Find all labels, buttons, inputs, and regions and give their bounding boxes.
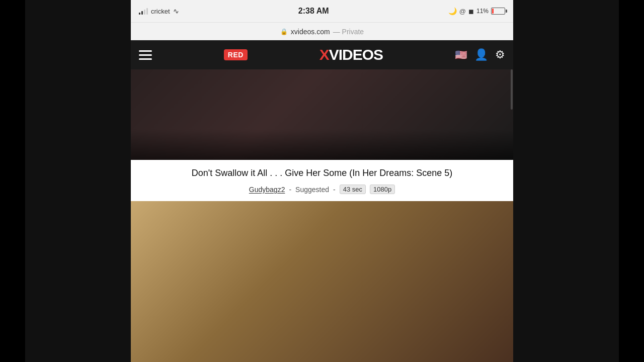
video-thumbnail-2[interactable] bbox=[131, 201, 513, 362]
url-private-label: — Private bbox=[333, 28, 364, 36]
settings-icon[interactable]: ⚙ bbox=[495, 48, 505, 61]
channel-link[interactable]: Gudybagz2 bbox=[249, 186, 285, 194]
meta-dash-2: - bbox=[333, 186, 336, 194]
scrollbar[interactable] bbox=[510, 69, 513, 311]
battery-percentage: 11% bbox=[476, 8, 489, 15]
hamburger-menu-button[interactable] bbox=[139, 50, 152, 60]
suggested-label: Suggested bbox=[295, 186, 329, 194]
lock-icon: 🔒 bbox=[280, 28, 288, 35]
moon-icon: 🌙 bbox=[448, 7, 457, 15]
signal-bar-1 bbox=[139, 13, 140, 15]
hamburger-line-3 bbox=[139, 58, 152, 60]
logo-x: X bbox=[319, 46, 329, 63]
status-left: cricket ∿ bbox=[139, 7, 179, 15]
video-thumbnail-1[interactable] bbox=[131, 69, 513, 160]
at-icon: @ bbox=[459, 8, 466, 15]
video-meta: Gudybagz2 - Suggested - 43 sec 1080p bbox=[139, 185, 505, 194]
time-display: 2:38 AM bbox=[298, 7, 329, 16]
signal-bars-icon bbox=[139, 8, 148, 15]
right-panel bbox=[513, 0, 619, 362]
quality-badge: 1080p bbox=[370, 185, 395, 194]
url-domain: xvideos.com bbox=[291, 28, 330, 36]
video-info-section: Don't Swallow it All . . . Give Her Some… bbox=[131, 160, 513, 201]
battery-icon bbox=[491, 8, 505, 15]
url-bar[interactable]: 🔒 xvideos.com — Private bbox=[131, 22, 513, 40]
logo-videos: VIDEOS bbox=[329, 46, 383, 63]
hamburger-line-2 bbox=[139, 54, 152, 56]
duration-badge: 43 sec bbox=[340, 185, 366, 194]
camera-icon: ◼ bbox=[468, 8, 474, 15]
scrollbar-thumb[interactable] bbox=[511, 69, 513, 110]
flag-icon: 🇺🇸 bbox=[455, 49, 467, 61]
nav-right-icons: 🇺🇸 👤 ⚙ bbox=[455, 48, 505, 61]
phone-frame: cricket ∿ 2:38 AM 🌙 @ ◼ 11% 🔒 xvideos.co… bbox=[131, 0, 513, 362]
thumbnail-overlay bbox=[131, 130, 513, 160]
signal-bar-3 bbox=[144, 10, 145, 15]
meta-dash-1: - bbox=[289, 186, 291, 194]
left-panel bbox=[25, 0, 131, 362]
nav-bar: RED XVIDEOS 🇺🇸 👤 ⚙ bbox=[131, 40, 513, 69]
hamburger-line-1 bbox=[139, 50, 152, 52]
site-logo[interactable]: XVIDEOS bbox=[319, 46, 383, 63]
wifi-icon: ∿ bbox=[173, 7, 179, 15]
signal-bar-4 bbox=[146, 8, 148, 15]
video-title: Don't Swallow it All . . . Give Her Some… bbox=[139, 167, 505, 179]
status-bar: cricket ∿ 2:38 AM 🌙 @ ◼ 11% bbox=[131, 0, 513, 22]
carrier-label: cricket bbox=[151, 8, 170, 15]
status-right: 🌙 @ ◼ 11% bbox=[448, 7, 505, 15]
red-badge[interactable]: RED bbox=[224, 49, 248, 60]
profile-icon[interactable]: 👤 bbox=[474, 48, 488, 61]
signal-bar-2 bbox=[141, 11, 143, 15]
